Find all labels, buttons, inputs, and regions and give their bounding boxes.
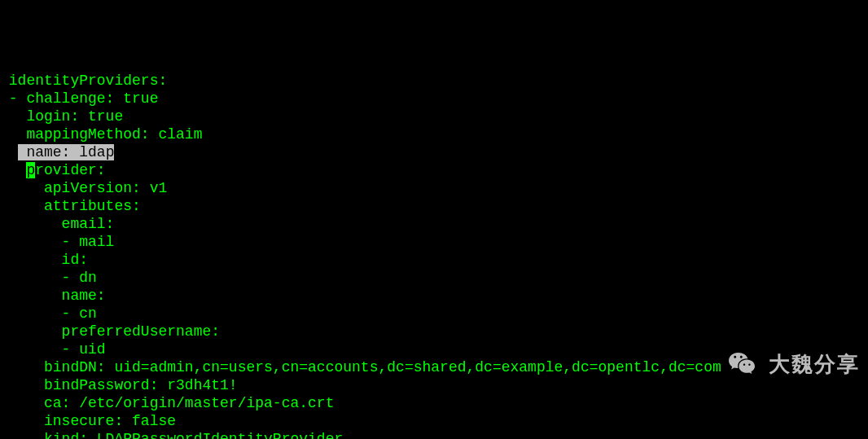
terminal-line: - dn [0, 269, 868, 287]
wechat-icon [727, 314, 762, 415]
watermark-overlay: 大魏分享 [727, 314, 860, 415]
terminal-line: apiVersion: v1 [0, 179, 868, 197]
terminal-line: provider: [0, 161, 868, 179]
terminal-line: name: ldap [0, 143, 868, 161]
terminal-line: login: true [0, 108, 868, 125]
watermark-text: 大魏分享 [769, 355, 860, 373]
highlighted-text: name: ldap [18, 144, 115, 160]
terminal-line: - challenge: true [0, 90, 868, 108]
terminal-line: email: [0, 215, 868, 233]
terminal-line: identityProviders: [0, 72, 868, 90]
terminal-line: insecure: false [0, 412, 868, 430]
terminal-cursor: p [26, 162, 35, 178]
terminal-line: attributes: [0, 197, 868, 215]
terminal-line: mappingMethod: claim [0, 125, 868, 143]
terminal-line: id: [0, 251, 868, 269]
terminal-line: kind: LDAPPasswordIdentityProvider [0, 430, 868, 439]
terminal-line: - mail [0, 233, 868, 251]
terminal-line: name: [0, 287, 868, 305]
